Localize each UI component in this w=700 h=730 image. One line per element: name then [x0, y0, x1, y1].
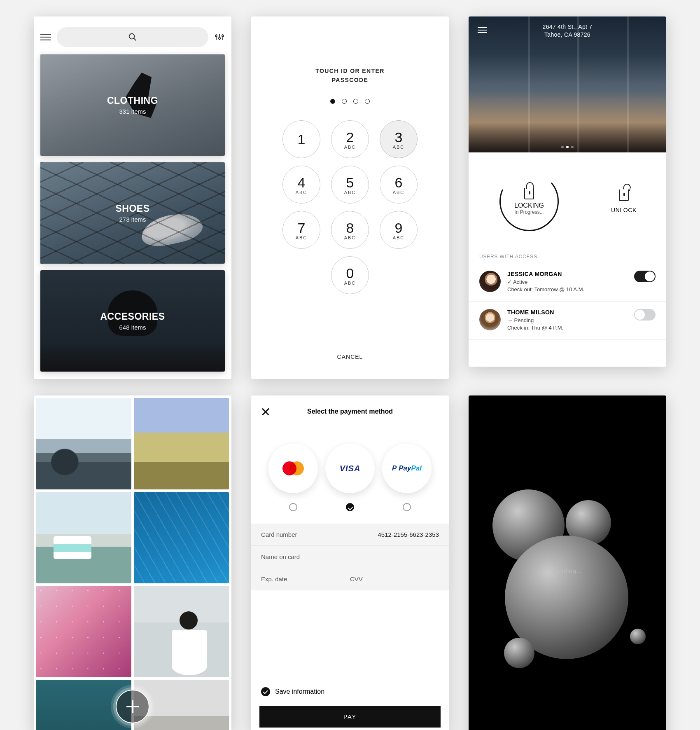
check-icon — [261, 687, 270, 696]
filters-icon[interactable] — [214, 32, 225, 42]
user-row: JESSICA MORGAN ✓ Active Check out: Tomor… — [469, 263, 666, 302]
page-title: Select the payment method — [270, 408, 439, 415]
add-button[interactable] — [116, 690, 149, 723]
paypal-icon: P PayPal — [392, 464, 422, 473]
name-field[interactable]: Name on card — [251, 546, 449, 568]
search-icon — [128, 33, 137, 42]
svg-point-0 — [129, 34, 135, 39]
method-radio[interactable] — [403, 503, 411, 511]
key-0[interactable]: 0ABC — [331, 256, 369, 294]
key-9[interactable]: 9ABC — [380, 211, 418, 249]
user-detail: Check out: Tomorrow @ 10 A.M. — [507, 286, 628, 292]
user-name: THOME MILSON — [507, 309, 628, 316]
payment-methods: VISA P PayPal — [251, 427, 449, 501]
method-visa[interactable]: VISA — [325, 444, 375, 493]
avatar[interactable] — [479, 271, 501, 292]
svg-line-1 — [134, 38, 136, 41]
search-input[interactable] — [57, 27, 208, 47]
key-8[interactable]: 8ABC — [331, 211, 369, 249]
access-toggle[interactable] — [634, 271, 656, 282]
method-mastercard[interactable] — [268, 444, 318, 493]
key-4[interactable]: 4ABC — [282, 166, 320, 204]
card-number-field[interactable]: Card number 4512-2155-6623-2353 — [251, 524, 449, 546]
exp-field[interactable]: Exp. date — [261, 576, 350, 583]
photo-thumb[interactable] — [134, 492, 229, 583]
method-radio[interactable] — [346, 503, 354, 511]
photo-thumb[interactable] — [36, 398, 131, 489]
category-title: SHOES — [115, 203, 149, 214]
svg-point-5 — [219, 37, 220, 39]
svg-point-8 — [498, 171, 560, 232]
loading-text: Loading... — [553, 567, 582, 574]
category-clothing[interactable]: CLOTHING 331 items — [40, 54, 225, 156]
lock-icon — [524, 188, 534, 199]
key-7[interactable]: 7ABC — [282, 211, 320, 249]
key-5[interactable]: 5ABC — [331, 166, 369, 204]
photo-thumb[interactable] — [134, 398, 229, 489]
unlock-control[interactable]: UNLOCK — [611, 171, 637, 232]
cvv-field[interactable]: CVV — [350, 576, 439, 583]
key-6[interactable]: 6ABC — [380, 166, 418, 204]
key-3[interactable]: 3ABC — [380, 120, 418, 158]
unlock-icon — [619, 190, 629, 201]
mastercard-icon — [282, 461, 304, 475]
user-status: → Pending — [507, 317, 628, 323]
screen-shop-categories: CLOTHING 331 items SHOES 273 items ACCES… — [34, 16, 231, 379]
category-title: CLOTHING — [107, 95, 158, 106]
category-title: ACCESORIES — [100, 311, 165, 322]
close-icon[interactable] — [261, 407, 270, 416]
category-accessories[interactable]: ACCESORIES 648 items — [40, 270, 225, 372]
method-radio[interactable] — [289, 503, 297, 511]
screen-smart-lock: 2647 4th St., Apt 7 Tahoe, CA 98726 LOCK… — [469, 16, 666, 367]
user-name: JESSICA MORGAN — [507, 271, 628, 277]
key-2[interactable]: 2ABC — [331, 120, 369, 158]
visa-icon: VISA — [340, 464, 361, 473]
property-address: 2647 4th St., Apt 7 Tahoe, CA 98726 — [469, 16, 666, 39]
screen-passcode: TOUCH ID OR ENTER PASSCODE 1 2ABC 3ABC 4… — [251, 16, 449, 379]
category-count: 648 items — [100, 324, 165, 331]
users-section-title: USERS WITH ACCESS — [469, 254, 666, 263]
svg-point-3 — [215, 35, 217, 37]
avatar[interactable] — [479, 309, 501, 330]
locking-control[interactable]: LOCKING In Progress... — [498, 171, 560, 232]
screen-loading: Loading... — [469, 395, 666, 730]
access-toggle[interactable] — [634, 309, 656, 321]
cancel-button[interactable]: CANCEL — [337, 353, 363, 360]
category-count: 331 items — [107, 108, 158, 115]
save-info-toggle[interactable]: Save information — [251, 677, 449, 706]
passcode-keypad: 1 2ABC 3ABC 4ABC 5ABC 6ABC 7ABC 8ABC 9AB… — [282, 120, 418, 294]
user-status: ✓ Active — [507, 279, 628, 285]
method-paypal[interactable]: P PayPal — [382, 444, 432, 493]
menu-icon[interactable] — [40, 34, 51, 40]
carousel-dots[interactable] — [561, 146, 574, 148]
screen-gallery — [34, 395, 231, 730]
category-count: 273 items — [115, 216, 149, 223]
photo-thumb[interactable] — [134, 586, 229, 677]
photo-thumb[interactable] — [36, 586, 131, 677]
key-1[interactable]: 1 — [282, 120, 320, 158]
user-detail: Check in: Thu @ 4 P.M. — [507, 325, 628, 331]
user-row: THOME MILSON → Pending Check in: Thu @ 4… — [469, 302, 666, 340]
photo-thumb[interactable] — [36, 492, 131, 583]
pay-button[interactable]: PAY — [259, 706, 441, 728]
property-hero[interactable]: 2647 4th St., Apt 7 Tahoe, CA 98726 — [469, 16, 666, 152]
category-shoes[interactable]: SHOES 273 items — [40, 162, 225, 264]
passcode-heading: TOUCH ID OR ENTER PASSCODE — [315, 68, 384, 83]
svg-point-7 — [222, 35, 224, 37]
screen-payment: Select the payment method VISA P PayPal … — [251, 395, 449, 730]
passcode-dots — [330, 99, 370, 104]
